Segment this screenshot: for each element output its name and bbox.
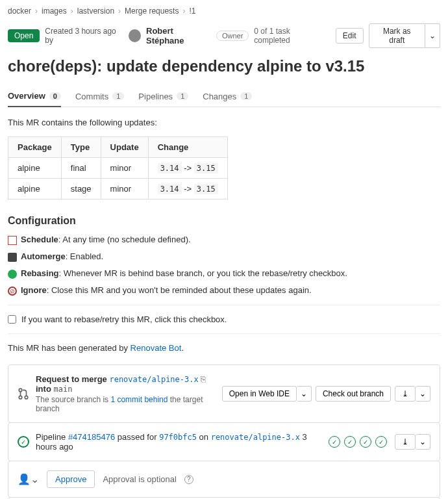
table-row: alpinefinalminor 3.14 -> 3.15 <box>8 158 228 179</box>
th-type: Type <box>61 137 101 158</box>
crumb[interactable]: lastversion <box>77 6 114 16</box>
svg-point-0 <box>19 389 22 392</box>
stage-icon[interactable]: ✓ <box>344 436 356 448</box>
commit-link[interactable]: 97f0bfc5 <box>159 433 197 442</box>
status-success-icon: ✓ <box>18 436 29 448</box>
svg-point-2 <box>25 396 28 399</box>
stage-icon[interactable]: ✓ <box>375 436 387 448</box>
table-row: alpinestageminor 3.14 -> 3.15 <box>8 179 228 199</box>
th-update: Update <box>101 137 148 158</box>
config-heading: Configuration <box>8 215 440 227</box>
crumb[interactable]: docker <box>8 6 31 16</box>
th-change: Change <box>148 137 227 158</box>
tab-overview[interactable]: Overview0 <box>8 86 61 107</box>
created-text: Created 3 hours ago by <box>45 27 123 45</box>
ignore-icon: ⊘ <box>8 287 17 296</box>
crumb[interactable]: Merge requests <box>125 6 179 16</box>
crumb[interactable]: images <box>42 6 67 16</box>
updates-table: Package Type Update Change alpinefinalmi… <box>8 136 228 199</box>
rebase-icon <box>8 270 17 279</box>
tab-pipelines[interactable]: Pipelines1 <box>138 86 188 107</box>
svg-point-1 <box>19 396 22 399</box>
role-badge: Owner <box>216 31 249 41</box>
rebase-checkbox[interactable] <box>8 315 16 324</box>
tab-commits[interactable]: Commits1 <box>75 86 124 107</box>
author-link[interactable]: Robert Stéphane <box>146 26 211 45</box>
commits-behind-link[interactable]: 1 commit behind <box>110 395 168 404</box>
tabs: Overview0 Commits1 Pipelines1 Changes1 <box>8 86 440 107</box>
pipeline-link[interactable]: #474185476 <box>68 432 115 442</box>
intro-text: This MR contains the following updates: <box>8 118 440 127</box>
approval-text: Approval is optional <box>103 474 176 484</box>
automerge-icon <box>8 253 17 262</box>
crumb[interactable]: !1 <box>189 6 195 16</box>
generated-text: This MR has been generated by Renovate B… <box>8 343 440 353</box>
stage-icon[interactable]: ✓ <box>329 436 340 448</box>
mark-draft-button[interactable]: Mark as draft <box>369 23 425 48</box>
checkout-button[interactable]: Check out branch <box>316 386 391 402</box>
mr-actions-dropdown[interactable]: ⌄ <box>425 23 440 48</box>
branch-link[interactable]: renovate/alpine-3.x <box>211 433 300 442</box>
help-icon[interactable]: ? <box>184 475 193 484</box>
ide-dropdown[interactable]: ⌄ <box>297 386 312 402</box>
task-count: 0 of 1 task completed <box>254 27 325 45</box>
renovate-link[interactable]: Renovate Bot <box>131 343 182 353</box>
merge-request-icon <box>18 388 29 400</box>
avatar[interactable] <box>129 29 141 42</box>
tab-changes[interactable]: Changes1 <box>203 86 252 107</box>
page-title: chore(deps): update dependency alpine to… <box>8 57 440 75</box>
rebase-checkbox-label: If you want to rebase/retry this MR, cli… <box>21 314 227 324</box>
artifacts-button[interactable]: ⤓ <box>395 434 416 450</box>
copy-icon[interactable]: ⎘ <box>201 374 206 384</box>
open-ide-button[interactable]: Open in Web IDE <box>222 386 297 402</box>
th-package: Package <box>8 137 62 158</box>
artifacts-dropdown[interactable]: ⌄ <box>416 434 430 450</box>
download-button[interactable]: ⤓ <box>395 386 416 402</box>
calendar-icon <box>8 236 17 245</box>
status-badge: Open <box>8 29 40 42</box>
approve-button[interactable]: Approve <box>47 470 95 488</box>
edit-button[interactable]: Edit <box>336 28 364 44</box>
download-dropdown[interactable]: ⌄ <box>416 386 430 402</box>
stage-icon[interactable]: ✓ <box>360 436 371 448</box>
user-icon: 👤⌄ <box>18 473 39 485</box>
breadcrumb: docker› images› lastversion› Merge reque… <box>8 6 440 16</box>
